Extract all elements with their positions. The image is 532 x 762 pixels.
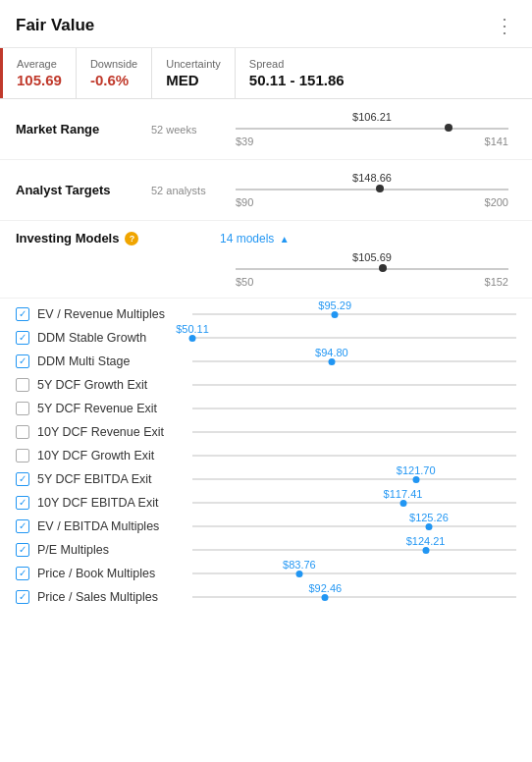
metric-spread-value: 50.11 - 151.86 — [249, 72, 345, 88]
model-list-item: 5Y DCF Revenue Exit — [0, 397, 532, 420]
model-name: Price / Book Multiples — [37, 567, 185, 580]
model-list-item: Price / Book Multiples$83.76 — [0, 562, 532, 585]
model-checkbox[interactable] — [16, 449, 29, 463]
model-list-item: DDM Stable Growth$50.11 — [0, 326, 532, 350]
metric-spread-label: Spread — [249, 58, 345, 70]
model-checkbox[interactable] — [16, 472, 29, 486]
metric-spread: Spread 50.11 - 151.86 — [236, 48, 358, 98]
model-list-item: 5Y DCF Growth Exit — [0, 373, 532, 397]
model-dot — [425, 523, 432, 530]
analyst-targets-section: Analyst Targets 52 analysts $148.66 $90 … — [0, 160, 532, 221]
page-header: Fair Value ⋮ — [0, 0, 532, 48]
model-bar-area: $50.11 — [192, 337, 516, 339]
model-list-item: 10Y DCF Growth Exit — [0, 444, 532, 467]
model-list-item: EV / Revenue Multiples$95.29 — [0, 302, 532, 326]
investing-models-current: $105.69 — [352, 251, 392, 263]
model-dot — [295, 571, 302, 577]
model-checkbox[interactable] — [16, 402, 29, 415]
more-options-icon[interactable]: ⋮ — [495, 14, 516, 37]
model-list-item: P/E Multiples$124.21 — [0, 538, 532, 562]
model-bar-area — [192, 431, 516, 433]
model-bar-area — [192, 455, 516, 457]
model-checkbox[interactable] — [16, 354, 29, 368]
analyst-targets-max: $200 — [485, 196, 508, 208]
model-checkbox[interactable] — [16, 519, 29, 533]
model-name: DDM Multi Stage — [37, 354, 185, 368]
model-bar-area: $92.46 — [192, 596, 516, 598]
model-name: DDM Stable Growth — [37, 331, 185, 345]
model-bar-area: $125.26 — [192, 525, 516, 527]
model-name: 5Y DCF EBITDA Exit — [37, 472, 185, 486]
investing-models-track — [236, 266, 508, 272]
model-dot — [412, 476, 419, 483]
model-list-item: 5Y DCF EBITDA Exit$121.70 — [0, 467, 532, 491]
model-dot — [422, 547, 429, 554]
model-dot — [189, 335, 196, 342]
model-value-label: $94.80 — [315, 347, 348, 358]
metric-average: Average 105.69 — [0, 48, 77, 98]
investing-models-range: $105.69 $50 $152 — [0, 251, 532, 299]
model-name: EV / EBITDA Multiples — [37, 519, 185, 533]
metric-uncertainty: Uncertainty MED — [152, 48, 236, 98]
investing-models-max: $152 — [485, 276, 508, 288]
model-name: Price / Sales Multiples — [37, 590, 185, 604]
investing-models-chart: $105.69 $50 $152 — [228, 251, 516, 288]
model-bar-area: $95.29 — [192, 313, 516, 315]
model-name: 5Y DCF Revenue Exit — [37, 402, 185, 415]
models-count-label[interactable]: 14 models ▲ — [220, 232, 290, 245]
analyst-targets-min: $90 — [236, 196, 253, 208]
model-dot — [332, 311, 339, 318]
model-dot — [322, 594, 329, 601]
market-range-track — [236, 126, 508, 132]
metric-uncertainty-value: MED — [166, 72, 221, 88]
model-value-label: $121.70 — [397, 464, 436, 476]
model-bar-area: $121.70 — [192, 478, 516, 480]
model-name: P/E Multiples — [37, 543, 185, 557]
metrics-bar: Average 105.69 Downside -0.6% Uncertaint… — [0, 48, 532, 99]
model-list-item: EV / EBITDA Multiples$125.26 — [0, 515, 532, 538]
model-bar-area — [192, 384, 516, 386]
metric-uncertainty-label: Uncertainty — [166, 58, 221, 70]
model-name: 10Y DCF EBITDA Exit — [37, 496, 185, 510]
metric-downside-value: -0.6% — [90, 72, 137, 88]
model-bar-area: $94.80 — [192, 360, 516, 362]
metric-downside: Downside -0.6% — [77, 48, 152, 98]
model-dot — [399, 500, 406, 507]
model-dot — [328, 358, 335, 365]
model-checkbox[interactable] — [16, 378, 29, 392]
model-checkbox[interactable] — [16, 331, 29, 345]
model-name: 10Y DCF Growth Exit — [37, 449, 185, 463]
metric-average-value: 105.69 — [17, 72, 62, 88]
model-list-item: 10Y DCF EBITDA Exit$117.41 — [0, 491, 532, 515]
market-range-sublabel: 52 weeks — [151, 124, 220, 136]
model-list-item: Price / Sales Multiples$92.46 — [0, 585, 532, 609]
metric-average-label: Average — [17, 58, 62, 70]
model-checkbox[interactable] — [16, 543, 29, 557]
market-range-section: Market Range 52 weeks $106.21 $39 $141 — [0, 99, 532, 160]
model-value-label: $124.21 — [406, 535, 446, 547]
investing-models-label: Investing Models — [16, 231, 119, 245]
model-name: 10Y DCF Revenue Exit — [37, 425, 185, 439]
model-bar-area: $124.21 — [192, 549, 516, 551]
model-value-label: $50.11 — [176, 323, 209, 335]
investing-models-min: $50 — [236, 276, 253, 288]
market-range-current: $106.21 — [352, 111, 392, 123]
model-checkbox[interactable] — [16, 425, 29, 439]
model-list-item: 10Y DCF Revenue Exit — [0, 420, 532, 444]
model-checkbox[interactable] — [16, 590, 29, 604]
analyst-targets-chart: $148.66 $90 $200 — [228, 172, 516, 208]
analyst-targets-sublabel: 52 analysts — [151, 185, 220, 196]
model-checkbox[interactable] — [16, 567, 29, 580]
model-value-label: $125.26 — [409, 512, 449, 523]
model-bar-area: $117.41 — [192, 502, 516, 504]
model-value-label: $83.76 — [283, 559, 316, 571]
model-value-label: $95.29 — [318, 299, 351, 311]
model-list: EV / Revenue Multiples$95.29DDM Stable G… — [0, 299, 532, 613]
model-name: 5Y DCF Growth Exit — [37, 378, 185, 392]
metric-downside-label: Downside — [90, 58, 137, 70]
analyst-targets-track — [236, 187, 508, 192]
model-checkbox[interactable] — [16, 496, 29, 510]
analyst-targets-current: $148.66 — [352, 172, 392, 184]
investing-models-header: Investing Models ? 14 models ▲ — [0, 221, 532, 251]
model-checkbox[interactable] — [16, 307, 29, 321]
